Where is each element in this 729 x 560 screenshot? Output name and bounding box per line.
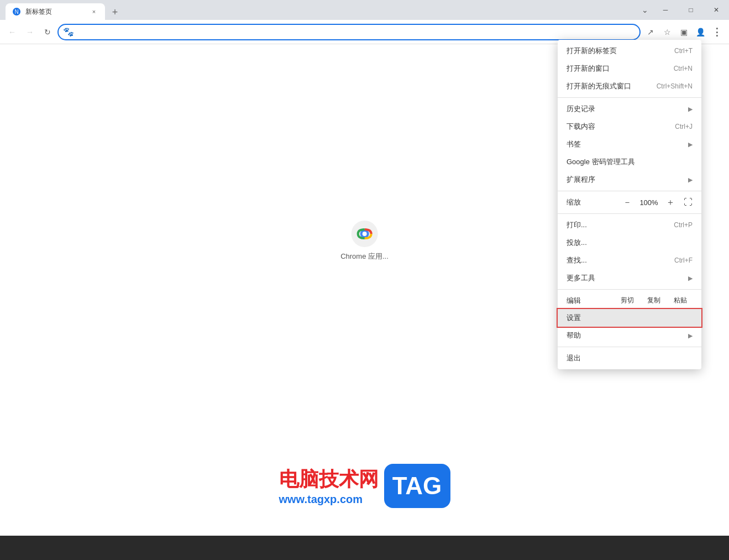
- tag-logo: TAG: [384, 464, 450, 508]
- edit-row: 编辑 剪切 复制 粘贴: [558, 292, 701, 309]
- nav-actions: ↗ ☆ ▣ 👤 ⋮: [643, 24, 725, 40]
- menu-item-label: 扩展程序: [567, 175, 595, 185]
- menu-item-打印...[interactable]: 打印... Ctrl+P: [558, 216, 701, 234]
- profile-icon: 👤: [696, 28, 705, 36]
- menu-item-扩展程序[interactable]: 扩展程序 ▶: [558, 171, 701, 189]
- forward-button[interactable]: →: [22, 24, 38, 40]
- forward-icon: →: [26, 28, 34, 36]
- edit-buttons: 剪切 复制 粘贴: [615, 294, 693, 307]
- menu-item-打开新的无痕式窗口[interactable]: 打开新的无痕式窗口 Ctrl+Shift+N: [558, 77, 701, 95]
- menu-item-退出[interactable]: 退出: [558, 349, 701, 367]
- tab-title: 新标签页: [25, 7, 85, 17]
- close-window-button[interactable]: ✕: [704, 0, 729, 20]
- svg-text:N: N: [14, 9, 18, 15]
- chevron-icon[interactable]: ⌄: [637, 0, 653, 20]
- submenu-arrow-icon: ▶: [688, 176, 693, 184]
- address-input[interactable]: [76, 28, 634, 36]
- sidebar-button[interactable]: ▣: [676, 24, 691, 40]
- minimize-button[interactable]: ─: [653, 0, 678, 20]
- watermark-title: 电脑技术网: [279, 466, 379, 493]
- menu-item-下载内容[interactable]: 下载内容 Ctrl+J: [558, 118, 701, 135]
- bookmark-button[interactable]: ☆: [659, 24, 675, 40]
- menu-item-label: Google 密码管理工具: [567, 157, 635, 167]
- sidebar-icon: ▣: [680, 28, 688, 36]
- watermark-url: www.tagxp.com: [279, 493, 363, 506]
- address-bar[interactable]: 🐾: [57, 24, 641, 40]
- menu-shortcut: Ctrl+F: [674, 257, 693, 264]
- back-button[interactable]: ←: [4, 24, 20, 40]
- profile-button[interactable]: 👤: [693, 24, 708, 40]
- taskbar: [0, 536, 729, 560]
- menu-divider: [558, 97, 701, 98]
- menu-item-打开新的标签页[interactable]: 打开新的标签页 Ctrl+T: [558, 42, 701, 60]
- menu-item-Google_密码管理工具[interactable]: Google 密码管理工具: [558, 153, 701, 171]
- submenu-arrow-icon: ▶: [688, 332, 693, 339]
- menu-item-label: 退出: [567, 353, 581, 363]
- menu-item-label: 打开新的标签页: [567, 46, 617, 56]
- menu-divider: [558, 191, 701, 191]
- zoom-out-button[interactable]: －: [621, 196, 634, 209]
- menu-item-帮助[interactable]: 帮助 ▶: [558, 327, 701, 344]
- menu-shortcut: Ctrl+P: [674, 221, 693, 229]
- menu-shortcut: Ctrl+N: [674, 65, 693, 72]
- menu-item-label: 下载内容: [567, 122, 595, 132]
- tab-area: N 新标签页 × +: [0, 0, 123, 20]
- menu-shortcut: Ctrl+Shift+N: [657, 82, 693, 90]
- zoom-row: 缩放 － 100% ＋ ⛶: [558, 193, 701, 211]
- menu-item-更多工具[interactable]: 更多工具 ▶: [558, 269, 701, 287]
- close-tab-button[interactable]: ×: [90, 7, 98, 16]
- menu-item-查找...[interactable]: 查找... Ctrl+F: [558, 252, 701, 269]
- chrome-logo-icon: [356, 225, 374, 243]
- tag-text: TAG: [392, 472, 442, 500]
- chrome-app-label: Chrome 应用...: [340, 252, 389, 261]
- context-menu: 打开新的标签页 Ctrl+T 打开新的窗口 Ctrl+N 打开新的无痕式窗口 C…: [558, 40, 701, 369]
- menu-item-历史记录[interactable]: 历史记录 ▶: [558, 100, 701, 118]
- menu-item-label: 设置: [567, 313, 581, 323]
- copy-button[interactable]: 复制: [642, 294, 666, 307]
- paste-button[interactable]: 粘贴: [668, 294, 693, 307]
- menu-shortcut: Ctrl+J: [675, 123, 693, 130]
- watermark: 电脑技术网 www.tagxp.com TAG: [279, 464, 450, 508]
- menu-item-label: 书签: [567, 139, 581, 149]
- menu-item-label: 更多工具: [567, 273, 595, 283]
- new-tab-button[interactable]: +: [107, 4, 123, 20]
- share-button[interactable]: ↗: [643, 24, 658, 40]
- chrome-app-shortcut[interactable]: Chrome 应用...: [340, 221, 389, 261]
- menu-item-打开新的窗口[interactable]: 打开新的窗口 Ctrl+N: [558, 60, 701, 77]
- menu-shortcut: Ctrl+T: [674, 47, 693, 55]
- zoom-controls: － 100% ＋ ⛶: [621, 196, 693, 209]
- maximize-button[interactable]: □: [678, 0, 704, 20]
- submenu-arrow-icon: ▶: [688, 106, 693, 113]
- chrome-circle: [352, 221, 378, 247]
- menu-divider: [558, 289, 701, 290]
- menu-item-label: 打开新的无痕式窗口: [567, 81, 631, 91]
- menu-divider: [558, 213, 701, 214]
- menu-item-书签[interactable]: 书签 ▶: [558, 135, 701, 153]
- zoom-value: 100%: [638, 198, 659, 207]
- refresh-button[interactable]: ↻: [40, 24, 55, 40]
- menu-item-label: 帮助: [567, 331, 581, 341]
- menu-item-label: 历史记录: [567, 104, 595, 114]
- tab-favicon: N: [12, 7, 21, 16]
- menu-item-投放...[interactable]: 投放...: [558, 234, 701, 252]
- menu-divider: [558, 347, 701, 347]
- share-icon: ↗: [647, 28, 654, 36]
- edit-label: 编辑: [567, 296, 615, 306]
- window-controls: ⌄ ─ □ ✕: [637, 0, 729, 20]
- menu-button[interactable]: ⋮: [709, 24, 725, 40]
- title-bar: N 新标签页 × + ⌄ ─ □ ✕: [0, 0, 729, 20]
- submenu-arrow-icon: ▶: [688, 275, 693, 282]
- cut-button[interactable]: 剪切: [615, 294, 639, 307]
- menu-item-label: 打开新的窗口: [567, 64, 610, 74]
- zoom-in-button[interactable]: ＋: [664, 196, 677, 209]
- svg-point-3: [363, 232, 367, 236]
- menu-item-label: 打印...: [567, 220, 587, 230]
- menu-item-label: 投放...: [567, 238, 587, 248]
- menu-item-label: 查找...: [567, 255, 587, 265]
- fullscreen-button[interactable]: ⛶: [684, 197, 693, 207]
- menu-item-设置[interactable]: 设置: [558, 309, 701, 327]
- active-tab[interactable]: N 新标签页 ×: [6, 3, 105, 20]
- refresh-icon: ↻: [44, 28, 51, 36]
- address-favicon: 🐾: [64, 28, 73, 36]
- submenu-arrow-icon: ▶: [688, 141, 693, 148]
